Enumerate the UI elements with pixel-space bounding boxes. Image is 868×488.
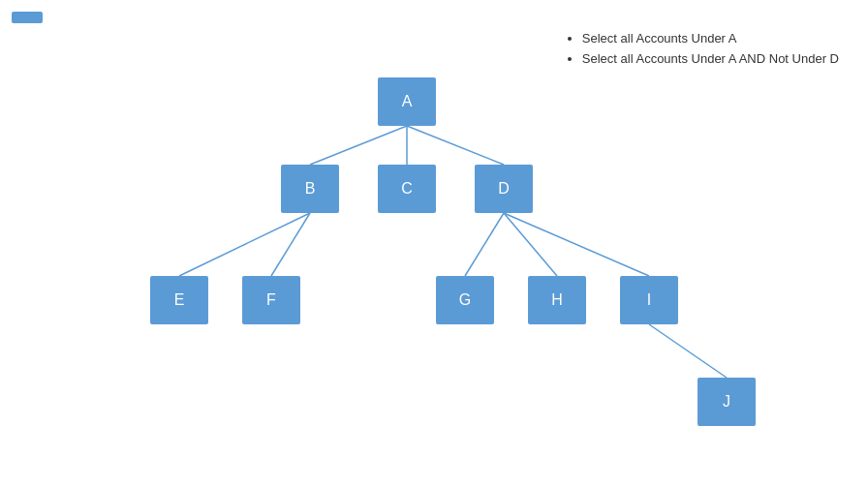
tree-node-c[interactable]: C	[378, 165, 436, 213]
instruction-item: Select all Accounts Under A AND Not Unde…	[582, 49, 839, 70]
tree-node-e[interactable]: E	[150, 276, 208, 324]
instruction-item: Select all Accounts Under A	[582, 29, 839, 49]
instructions-panel: Select all Accounts Under ASelect all Ac…	[565, 29, 839, 70]
tree-node-a[interactable]: A	[378, 77, 436, 126]
account-badge	[12, 12, 43, 23]
tree-node-b[interactable]: B	[281, 165, 339, 213]
svg-line-2	[407, 126, 504, 165]
tree-node-d[interactable]: D	[475, 165, 533, 213]
tree-node-j[interactable]: J	[698, 378, 756, 426]
svg-line-3	[179, 213, 310, 276]
svg-line-7	[504, 213, 649, 276]
tree-node-f[interactable]: F	[242, 276, 300, 324]
tree-node-i[interactable]: I	[620, 276, 678, 324]
tree-node-h[interactable]: H	[528, 276, 586, 324]
svg-line-6	[504, 213, 557, 276]
svg-line-4	[271, 213, 310, 276]
svg-line-8	[649, 324, 727, 378]
svg-line-0	[310, 126, 407, 165]
tree-node-g[interactable]: G	[436, 276, 494, 324]
svg-line-5	[465, 213, 504, 276]
